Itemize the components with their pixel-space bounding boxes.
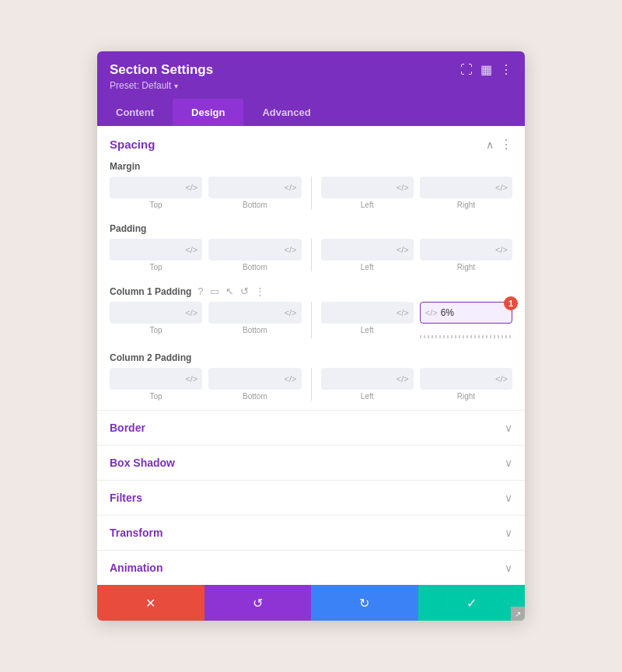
tab-bar: Content Design Advanced	[97, 99, 525, 126]
col1-right-input-wrap[interactable]: </> 1	[420, 302, 512, 324]
padding-bottom-input-wrap[interactable]: </>	[208, 239, 301, 261]
header-left: Section Settings Preset: Default ▾	[110, 62, 213, 91]
col2-left-pair: </> Left	[321, 368, 414, 401]
padding-right-input-wrap[interactable]: </>	[420, 239, 512, 261]
col2-top-label: Top	[110, 392, 202, 401]
padding-left-label: Left	[321, 263, 414, 271]
margin-bottom-input-wrap[interactable]: </>	[208, 177, 301, 198]
margin-right-link-icon[interactable]: </>	[495, 183, 508, 192]
padding-divider	[311, 239, 312, 271]
panel-preset[interactable]: Preset: Default ▾	[110, 80, 213, 91]
padding-left-input-wrap[interactable]: </>	[321, 239, 414, 261]
margin-bottom-link-icon[interactable]: </>	[285, 183, 297, 192]
resize-corner-icon[interactable]: ↗	[511, 607, 525, 621]
col2-bottom-link-icon[interactable]: </>	[285, 374, 297, 383]
col2-bottom-label: Bottom	[208, 392, 301, 401]
border-section[interactable]: Border ∨	[97, 410, 525, 445]
col2-bottom-input[interactable]	[213, 373, 281, 384]
padding-right-input[interactable]	[425, 244, 492, 255]
col1-device-icon[interactable]: ▭	[210, 285, 219, 297]
padding-top-input[interactable]	[114, 244, 182, 255]
padding-bottom-input[interactable]	[213, 244, 281, 255]
margin-right-input[interactable]	[425, 182, 492, 193]
filters-section[interactable]: Filters ∨	[97, 480, 525, 515]
col2-bottom-pair: </> Bottom	[208, 368, 301, 401]
col1-left-input[interactable]	[326, 307, 393, 318]
col1-left-pair: </> Left	[321, 302, 414, 338]
col2-padding-header: Column 2 Padding	[97, 348, 525, 366]
padding-top-link-icon[interactable]: </>	[185, 245, 197, 254]
col2-padding-field-row: </> Top </> Bottom </>	[110, 368, 512, 401]
margin-top-input[interactable]	[114, 182, 182, 193]
col2-bottom-input-wrap[interactable]: </>	[208, 368, 301, 390]
col2-right-input-wrap[interactable]: </>	[420, 368, 512, 390]
box-shadow-chevron-icon: ∨	[505, 457, 512, 469]
col2-left-input-wrap[interactable]: </>	[321, 368, 414, 390]
col1-top-link-icon[interactable]: </>	[185, 308, 197, 317]
col1-bottom-label: Bottom	[208, 326, 301, 334]
padding-bottom-link-icon[interactable]: </>	[285, 245, 297, 254]
margin-left-input-wrap[interactable]: </>	[321, 177, 414, 198]
tab-content[interactable]: Content	[97, 99, 173, 126]
preset-dropdown-arrow: ▾	[174, 82, 178, 90]
col1-bottom-pair: </> Bottom	[208, 302, 301, 338]
columns-icon[interactable]: ▦	[480, 62, 492, 77]
col1-more-icon[interactable]: ⋮	[255, 285, 265, 297]
col1-left-label: Left	[321, 326, 414, 334]
col1-right-input[interactable]	[441, 307, 507, 318]
fullscreen-icon[interactable]: ⛶	[460, 63, 473, 77]
col2-left-input[interactable]	[326, 373, 393, 384]
col1-top-pair: </> Top	[110, 302, 202, 338]
box-shadow-title: Box Shadow	[110, 457, 175, 469]
padding-left-link-icon[interactable]: </>	[397, 245, 409, 254]
transform-title: Transform	[110, 527, 162, 539]
more-options-icon[interactable]: ⋮	[500, 62, 512, 77]
padding-left-input[interactable]	[326, 244, 393, 255]
col1-bottom-link-icon[interactable]: </>	[285, 308, 297, 317]
col1-bottom-input-wrap[interactable]: </>	[208, 302, 301, 324]
col1-reset-icon[interactable]: ↺	[240, 285, 249, 297]
margin-bottom-input[interactable]	[213, 182, 281, 193]
col1-right-pair: </> 1	[420, 302, 512, 338]
margin-bottom-label: Bottom	[208, 201, 301, 209]
col1-top-input-wrap[interactable]: </>	[110, 302, 202, 324]
col1-top-input[interactable]	[114, 307, 182, 318]
transform-section[interactable]: Transform ∨	[97, 515, 525, 550]
col2-top-link-icon[interactable]: </>	[185, 374, 197, 383]
col1-padding-header: Column 1 Padding ? ▭ ↖ ↺ ⋮	[97, 281, 525, 300]
padding-right-link-icon[interactable]: </>	[495, 245, 508, 254]
col2-top-input-wrap[interactable]: </>	[110, 368, 202, 390]
col2-left-link-icon[interactable]: </>	[397, 374, 409, 383]
col2-right-input[interactable]	[425, 373, 492, 384]
panel-footer: ✕ ↺ ↻ ✓	[97, 585, 525, 621]
margin-left-input[interactable]	[326, 182, 393, 193]
col1-left-link-icon[interactable]: </>	[397, 308, 409, 317]
undo-button[interactable]: ↺	[204, 585, 312, 621]
cancel-button[interactable]: ✕	[97, 585, 204, 621]
col1-help-icon[interactable]: ?	[197, 285, 203, 297]
col1-padding-field-row: </> Top </> Bottom </>	[110, 302, 512, 338]
margin-top-input-wrap[interactable]: </>	[110, 177, 202, 198]
padding-top-input-wrap[interactable]: </>	[110, 239, 202, 261]
animation-section[interactable]: Animation ∨	[97, 550, 525, 585]
tab-design[interactable]: Design	[173, 99, 243, 126]
col1-right-link-icon[interactable]: </>	[425, 308, 438, 317]
margin-left-label: Left	[321, 201, 414, 209]
redo-button[interactable]: ↻	[311, 585, 418, 621]
col1-left-input-wrap[interactable]: </>	[321, 302, 414, 324]
spacing-collapse-icon[interactable]: ∧	[486, 138, 494, 151]
margin-top-link-icon[interactable]: </>	[185, 183, 197, 192]
col1-bottom-input[interactable]	[213, 307, 281, 318]
margin-top-label: Top	[110, 201, 202, 209]
save-button[interactable]: ✓	[418, 585, 526, 621]
col1-cursor-icon[interactable]: ↖	[225, 285, 234, 297]
col2-top-input[interactable]	[114, 373, 182, 384]
margin-left-link-icon[interactable]: </>	[397, 183, 409, 192]
spacing-more-icon[interactable]: ⋮	[500, 137, 512, 152]
panel-title: Section Settings	[110, 62, 213, 78]
col1-divider	[311, 302, 312, 338]
box-shadow-section[interactable]: Box Shadow ∨	[97, 445, 525, 480]
tab-advanced[interactable]: Advanced	[243, 99, 329, 126]
margin-right-input-wrap[interactable]: </>	[420, 177, 512, 198]
col2-right-link-icon[interactable]: </>	[495, 374, 508, 383]
